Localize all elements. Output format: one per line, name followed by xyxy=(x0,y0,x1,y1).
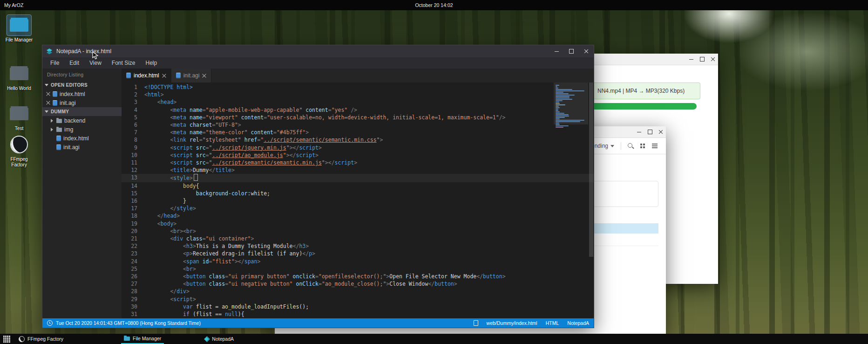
section-label: DUMMY xyxy=(51,109,69,114)
code-text: <meta name="apple-mobile-web-app-capable… xyxy=(144,106,357,114)
tab-index-html[interactable]: index.html xyxy=(122,69,171,83)
desktop-icon-hello-world[interactable]: Hello World xyxy=(4,63,34,91)
close-button[interactable] xyxy=(707,54,718,65)
code-text: <!DOCTYPE html> xyxy=(144,83,193,91)
start-menu-icon[interactable] xyxy=(3,335,10,343)
minimap-line xyxy=(556,114,569,115)
tree-item-index-html[interactable]: index.html xyxy=(42,134,122,143)
status-appname: NotepadA xyxy=(567,320,589,326)
code-line: 4 <meta name="apple-mobile-web-app-capab… xyxy=(122,106,594,114)
code-token: > xyxy=(454,281,457,287)
open-editors-section[interactable]: OPEN EDITORS xyxy=(42,81,122,89)
menu-file[interactable]: File xyxy=(45,57,64,69)
line-number: 18 xyxy=(122,212,144,220)
code-token: > xyxy=(176,213,180,219)
code-token xyxy=(144,288,170,295)
minimap-line xyxy=(556,103,560,104)
code-token: "stylesheet" xyxy=(203,137,241,143)
code-token: p xyxy=(186,250,190,257)
status-language[interactable]: HTML xyxy=(546,320,559,326)
menu-edit[interactable]: Edit xyxy=(64,57,84,69)
file-tree: backendimgindex.htmlinit.agi xyxy=(42,116,122,151)
minimize-button[interactable] xyxy=(634,126,644,138)
minimize-button[interactable] xyxy=(549,45,564,57)
desktop-icon-test[interactable]: Test xyxy=(4,103,34,131)
line-number: 1 xyxy=(122,83,144,91)
taskbar-item-notepada[interactable]: NotepadA xyxy=(202,334,237,344)
menu-font-size[interactable]: Font Size xyxy=(107,57,141,69)
code-text: </div> xyxy=(144,288,190,295)
maximize-button[interactable] xyxy=(697,54,707,65)
search-icon[interactable] xyxy=(628,143,634,149)
code-token: > xyxy=(502,273,506,280)
desktop-icon-label: Test xyxy=(15,126,23,131)
close-button[interactable] xyxy=(655,126,666,138)
line-number: 17 xyxy=(122,205,144,212)
code-token: "#4b75ff" xyxy=(277,129,305,136)
code-token xyxy=(194,174,198,181)
sort-dropdown[interactable]: ending xyxy=(591,143,614,149)
tab-label: init.agi xyxy=(183,72,200,79)
close-button[interactable] xyxy=(579,45,594,57)
maximize-button[interactable] xyxy=(644,126,655,138)
folder-icon xyxy=(7,15,31,35)
desktop-icon-file-manager[interactable]: File Manager xyxy=(4,15,34,43)
open-editor-init-agi[interactable]: init.agi xyxy=(42,98,122,107)
chevron-right-icon xyxy=(50,118,54,123)
menu-view[interactable]: View xyxy=(84,57,107,69)
grid-view-icon[interactable] xyxy=(640,144,645,149)
code-token: > xyxy=(238,122,241,128)
file-icon xyxy=(176,73,181,78)
desktop-icon-ffmpeg-factory[interactable]: FFmpeg Factory xyxy=(4,134,34,168)
code-token: onclick xyxy=(290,273,315,280)
tree-item-backend[interactable]: backend xyxy=(42,116,122,125)
code-token: > xyxy=(190,167,193,173)
minimap-line xyxy=(556,96,570,97)
minimize-button[interactable] xyxy=(686,54,697,65)
code-token: > xyxy=(354,159,357,166)
code-line: 26 <button class="ui primary button" onc… xyxy=(122,273,594,280)
minimap[interactable] xyxy=(556,84,587,128)
menu-help[interactable]: Help xyxy=(141,57,163,69)
notepada-main: Directory Listing OPEN EDITORS index.htm… xyxy=(42,69,594,318)
status-filepath[interactable]: web/Dummy/index.html xyxy=(487,320,537,326)
line-number: 28 xyxy=(122,288,144,295)
code-line: 19 <body> xyxy=(122,220,594,227)
editor[interactable]: index.htmlinit.agi 1<!DOCTYPE html>2<htm… xyxy=(122,69,594,318)
topbar-brand[interactable]: My ArOZ xyxy=(4,2,23,8)
code-token: charset xyxy=(186,122,212,128)
maximize-button[interactable] xyxy=(564,45,579,57)
tree-item-img[interactable]: img xyxy=(42,125,122,134)
taskbar-items: FFmpeg FactoryFile ManagerNotepadA xyxy=(10,334,237,344)
list-view-icon[interactable] xyxy=(652,144,658,148)
code-token: > xyxy=(193,266,196,272)
tree-item-init-agi[interactable]: init.agi xyxy=(42,143,122,151)
code-token: < xyxy=(183,250,186,257)
scrollbar[interactable] xyxy=(589,83,594,318)
sidebar-header: Directory Listing xyxy=(42,69,122,81)
code-line: 18 </head> xyxy=(122,212,594,220)
close-editor-icon[interactable] xyxy=(46,92,50,96)
code-token: > xyxy=(251,235,254,242)
workspace-folder-section[interactable]: DUMMY xyxy=(42,107,122,116)
tab-init-agi[interactable]: init.agi xyxy=(171,69,212,83)
taskbar-item-ffmpeg-factory[interactable]: FFmpeg Factory xyxy=(16,334,66,344)
close-tab-icon[interactable] xyxy=(202,74,206,78)
code-text: <script src="../script/ao_module.js"></s… xyxy=(144,151,319,159)
notepada-titlebar[interactable]: NotepadA - index.html xyxy=(42,45,594,57)
code-token xyxy=(144,190,196,197)
line-number: 12 xyxy=(122,166,144,174)
line-number: 10 xyxy=(122,151,144,159)
scrollbar-thumb[interactable] xyxy=(589,83,593,257)
close-tab-icon[interactable] xyxy=(162,74,166,78)
open-editor-index-html[interactable]: index.html xyxy=(42,89,122,98)
code-area[interactable]: 1<!DOCTYPE html>2<html>3 <head>4 <meta n… xyxy=(122,83,594,318)
code-token: (flist == xyxy=(190,311,225,317)
taskbar-item-file-manager[interactable]: File Manager xyxy=(121,334,164,344)
desktop-icon-label: Hello World xyxy=(7,86,31,91)
minimap-line xyxy=(556,121,580,122)
code-token: = xyxy=(206,159,209,166)
code-token: > xyxy=(325,159,328,166)
code-token: = xyxy=(206,144,209,151)
close-editor-icon[interactable] xyxy=(46,101,50,105)
